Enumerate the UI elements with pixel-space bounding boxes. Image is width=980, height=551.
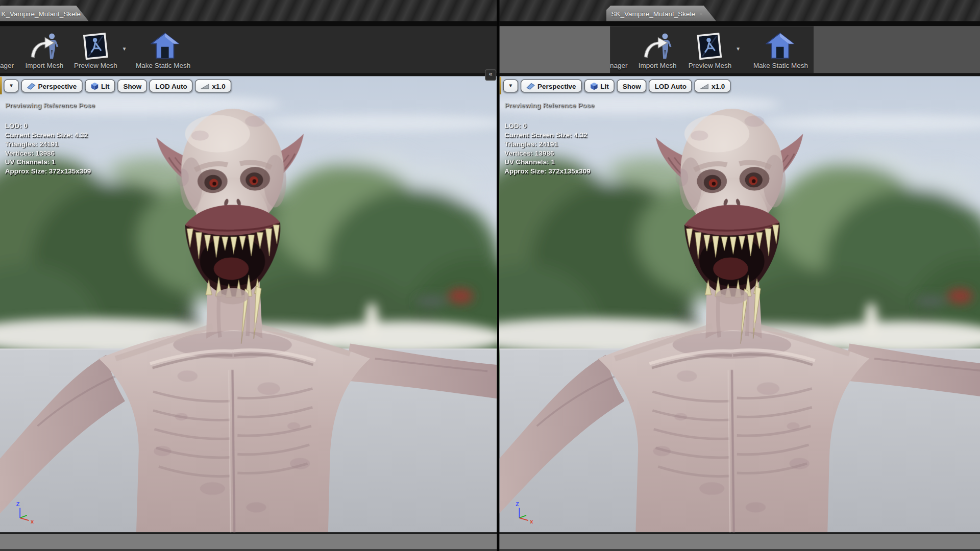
preview-mesh-button[interactable]: Preview Mesh [689, 62, 732, 69]
stat-triangles: Triangles: 24191 [5, 139, 91, 148]
stat-approx-size: Approx Size: 372x135x309 [5, 166, 91, 176]
lod-label: LOD Auto [155, 82, 187, 90]
gizmo-z-label: Z [16, 501, 20, 507]
3d-viewport[interactable]: ▼ Perspective Lit Show LOD Auto x1.0 Pre… [499, 76, 980, 532]
show-button[interactable]: Show [617, 80, 647, 93]
preview-mesh-icon[interactable] [81, 32, 110, 60]
main-toolbar: ▼ ager Import Mesh Preview Mesh Make Sta… [0, 26, 497, 73]
viewport-toolbar: ▼ Perspective Lit Show LOD Auto x1.0 [4, 80, 231, 93]
screen-size-button[interactable]: x1.0 [195, 80, 231, 93]
make-static-mesh-button[interactable]: Make Static Mesh [753, 62, 808, 69]
screen-size-ramp-icon [201, 82, 210, 90]
tabbar-underline [499, 21, 980, 27]
asset-tab-label: SK_Vampire_Mutant_Skele [611, 10, 695, 17]
stat-lod: LOD: 0 [5, 121, 91, 131]
bottom-bar [0, 534, 497, 549]
gizmo-z-label: Z [516, 501, 519, 507]
tab-bar: K_Vampire_Mutant_Skele × [0, 0, 497, 22]
perspective-label: Perspective [38, 82, 77, 90]
lit-cube-icon [590, 82, 598, 90]
toolbar-blank-panel [499, 26, 610, 73]
make-static-mesh-icon[interactable] [766, 31, 794, 60]
make-static-mesh-button[interactable]: Make Static Mesh [136, 62, 190, 69]
tab-bar: SK_Vampire_Mutant_Skele × [499, 0, 980, 22]
axis-gizmo: Z x [15, 500, 42, 526]
perspective-label: Perspective [537, 82, 576, 90]
screen-size-label: x1.0 [212, 82, 226, 90]
show-label: Show [623, 82, 641, 90]
3d-viewport[interactable]: ▼ Perspective Lit Show LOD Auto x1.0 Pre… [0, 76, 497, 532]
pane-splitter[interactable] [497, 0, 499, 551]
toolbar-light-section [814, 26, 980, 73]
gizmo-x-label: x [530, 518, 533, 524]
viewport-focus-strip [0, 77, 2, 94]
perspective-icon [526, 82, 535, 90]
mesh-stats-block: LOD: 0 Current Screen Size: 4.32 Triangl… [504, 121, 590, 176]
clipped-toolbar-label[interactable]: nager [610, 62, 627, 69]
viewport-options-button[interactable]: ▼ [503, 80, 518, 93]
viewport-options-button[interactable]: ▼ [4, 80, 18, 93]
preview-mode-text: Previewing Reference Pose [504, 101, 594, 109]
viewport-focus-strip [499, 77, 501, 94]
stat-uv-channels: UV Channels: 1 [5, 158, 91, 167]
chevron-down-icon: ▼ [508, 83, 513, 89]
tabbar-underline [0, 21, 497, 27]
skeletal-mesh-editor-pane-right: SK_Vampire_Mutant_Skele × ▼ nager Import… [499, 0, 980, 551]
chevron-down-icon: ▼ [9, 83, 14, 89]
preview-mesh-dropdown-icon[interactable]: ▼ [122, 46, 127, 52]
perspective-button[interactable]: Perspective [21, 80, 83, 93]
screen-size-ramp-icon [700, 82, 709, 90]
stat-screen-size: Current Screen Size: 4.32 [504, 130, 590, 139]
show-label: Show [123, 82, 141, 90]
bottom-bar [499, 534, 980, 549]
make-static-mesh-icon[interactable] [151, 31, 179, 60]
stat-lod: LOD: 0 [504, 121, 590, 131]
import-mesh-button[interactable]: Import Mesh [639, 62, 677, 69]
screen-size-label: x1.0 [712, 82, 725, 90]
toolbar-overflow-button[interactable]: « [485, 69, 496, 81]
lit-label: Lit [101, 82, 109, 90]
mesh-stats-block: LOD: 0 Current Screen Size: 4.32 Triangl… [5, 121, 91, 176]
stat-screen-size: Current Screen Size: 4.32 [5, 130, 91, 139]
lit-cube-icon [90, 82, 99, 90]
perspective-icon [27, 82, 36, 90]
show-button[interactable]: Show [117, 80, 147, 93]
tab-close-icon[interactable]: × [84, 10, 88, 17]
asset-tab[interactable]: SK_Vampire_Mutant_Skele × [606, 6, 717, 21]
lod-auto-button[interactable]: LOD Auto [150, 80, 192, 93]
bottom-edge [0, 549, 497, 551]
asset-tab-label: K_Vampire_Mutant_Skele [1, 10, 80, 17]
axis-gizmo: Z x [514, 500, 542, 526]
skeletal-mesh-editor-pane-left: K_Vampire_Mutant_Skele × ▼ ager Import M… [0, 0, 497, 551]
clipped-toolbar-label[interactable]: ager [0, 62, 14, 69]
main-toolbar: ▼ nager Import Mesh Preview Mesh Make St… [499, 26, 980, 73]
viewport-toolbar: ▼ Perspective Lit Show LOD Auto x1.0 [503, 80, 731, 93]
stat-vertices: Vertices: 13986 [504, 148, 590, 158]
lit-mode-button[interactable]: Lit [584, 80, 615, 93]
app-root: K_Vampire_Mutant_Skele × ▼ ager Import M… [0, 0, 980, 551]
lod-auto-button[interactable]: LOD Auto [649, 80, 692, 93]
lod-label: LOD Auto [655, 82, 687, 90]
perspective-button[interactable]: Perspective [521, 80, 582, 93]
preview-mesh-icon[interactable] [695, 32, 724, 60]
preview-mode-text: Previewing Reference Pose [5, 101, 95, 109]
gizmo-x-label: x [31, 518, 34, 524]
asset-tab[interactable]: K_Vampire_Mutant_Skele × [0, 6, 89, 21]
stat-uv-channels: UV Channels: 1 [504, 158, 590, 167]
import-mesh-button[interactable]: Import Mesh [26, 62, 64, 69]
tab-close-icon[interactable]: × [699, 10, 703, 17]
stat-triangles: Triangles: 24191 [504, 139, 590, 148]
stat-vertices: Vertices: 13986 [5, 148, 91, 158]
lit-label: Lit [600, 82, 608, 90]
preview-mesh-dropdown-icon[interactable]: ▼ [736, 46, 741, 52]
screen-size-button[interactable]: x1.0 [695, 80, 730, 93]
lit-mode-button[interactable]: Lit [85, 80, 115, 93]
preview-mesh-button[interactable]: Preview Mesh [74, 62, 117, 69]
stat-approx-size: Approx Size: 372x135x309 [504, 166, 590, 176]
bottom-edge [499, 549, 980, 551]
import-mesh-icon[interactable] [28, 32, 60, 60]
import-mesh-icon[interactable] [641, 32, 673, 60]
